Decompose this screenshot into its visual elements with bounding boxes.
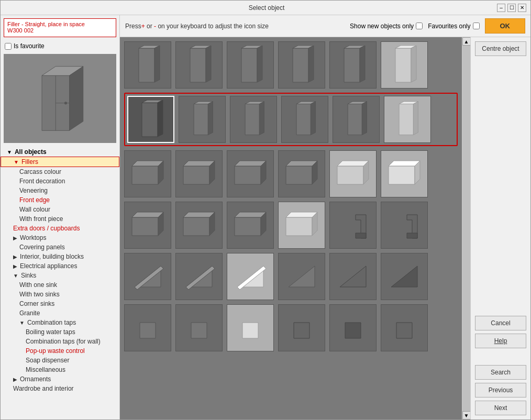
grid-item-5-5[interactable] (381, 304, 428, 351)
grid-item-5-3[interactable] (278, 304, 325, 351)
tree-item-worktops[interactable]: ▶ Worktops (1, 233, 119, 242)
tree-item-veneering[interactable]: Veneering (1, 186, 119, 195)
tree-item-soap-dispenser[interactable]: Soap dispenser (1, 356, 119, 365)
tree-item-front-decoration[interactable]: Front decoration (1, 176, 119, 186)
tree-item-carcass-colour[interactable]: Carcass colour (1, 167, 119, 176)
tree-item-wall-colour[interactable]: Wall colour (1, 205, 119, 214)
tree-item-covering-panels[interactable]: Covering panels (1, 242, 119, 252)
grid-item-4-1[interactable] (175, 253, 223, 300)
chevron-right-icon: ▶ (13, 235, 17, 241)
cancel-button[interactable]: Cancel (475, 316, 526, 330)
grid-item-2-3[interactable] (278, 150, 325, 197)
grid-item-sel-0[interactable] (127, 96, 174, 143)
svg-marker-7 (139, 46, 160, 48)
svg-marker-35 (311, 102, 315, 135)
scroll-down-arrow[interactable]: ▼ (462, 411, 471, 419)
svg-marker-84 (391, 266, 417, 287)
vertical-scrollbar[interactable]: ▲ ▼ (462, 37, 470, 419)
grid-item-3-2[interactable] (227, 202, 274, 249)
grid-item-0-1[interactable] (175, 41, 223, 89)
grid-item-sel-3[interactable] (281, 96, 328, 143)
close-button[interactable]: ✕ (518, 4, 526, 12)
tree-item-combination-taps-wall[interactable]: Combination taps (for wall) (1, 337, 119, 346)
grid-item-4-3[interactable] (278, 253, 325, 300)
tree-item-with-front-piece[interactable]: With front piece (1, 214, 119, 224)
svg-marker-57 (389, 166, 415, 184)
tree-item-wardrobe[interactable]: Wardrobe and interior (1, 384, 119, 393)
chevron-right-icon: ▶ (13, 377, 17, 382)
svg-marker-71 (312, 212, 317, 236)
grid-item-sel-1[interactable] (179, 96, 226, 143)
grid-item-sel-2[interactable] (230, 96, 277, 143)
show-new-checkbox[interactable] (416, 23, 423, 29)
tree-item-front-edge[interactable]: Front edge (1, 195, 119, 205)
grid-item-0-4[interactable] (329, 41, 377, 89)
tree-item-ornaments[interactable]: ▶ Ornaments (1, 374, 119, 384)
grid-item-5-1[interactable] (175, 304, 223, 351)
window-controls: – ☐ ✕ (497, 4, 526, 12)
tree-item-extra-doors[interactable]: Extra doors / cupboards (1, 224, 119, 233)
tree-item-boiling-water-taps[interactable]: Boiling water taps (1, 327, 119, 337)
grid-item-5-0[interactable] (124, 304, 171, 351)
grid-item-3-3[interactable] (278, 202, 325, 249)
cabinet-white-icon (390, 46, 419, 85)
favourites-only-checkbox[interactable] (473, 23, 480, 29)
svg-marker-33 (296, 104, 311, 135)
grid-item-4-2[interactable] (227, 253, 274, 300)
content-area: Filler - Straight, place in space W300 0… (1, 15, 530, 419)
next-button[interactable]: Next (475, 401, 526, 415)
grid-item-3-0[interactable] (124, 202, 171, 249)
grid-item-3-5[interactable] (381, 202, 428, 249)
svg-point-5 (64, 102, 67, 104)
centre-object-button[interactable]: Centre object (475, 41, 526, 56)
grid-item-2-4[interactable] (329, 150, 377, 197)
tree-item-electrical[interactable]: ▶ Electrical appliances (1, 261, 119, 271)
grid-item-2-2[interactable] (227, 150, 274, 197)
search-button[interactable]: Search (475, 365, 526, 380)
minimize-button[interactable]: – (497, 4, 505, 12)
grid-item-4-4[interactable] (329, 253, 377, 300)
grid-item-2-0[interactable] (124, 150, 171, 197)
tree-item-corner-sinks[interactable]: Corner sinks (1, 299, 119, 308)
grid-item-4-5[interactable] (381, 253, 428, 300)
help-button[interactable]: Help (475, 334, 526, 348)
tree-item-interior-building[interactable]: ▶ Interior, building blocks (1, 252, 119, 261)
tree-item-all-objects[interactable]: ▼ All objects (1, 147, 119, 157)
cabinet-icon (343, 101, 369, 138)
maximize-button[interactable]: ☐ (507, 4, 516, 12)
svg-marker-82 (289, 266, 315, 287)
grid-item-3-4[interactable] (329, 202, 377, 249)
grid-item-0-5[interactable] (381, 41, 428, 89)
tree-item-sinks[interactable]: ▼ Sinks (1, 271, 119, 280)
tree-item-miscellaneous[interactable]: Miscellaneous (1, 365, 119, 374)
tree-item-combination-taps[interactable]: ▼ Combination taps (1, 318, 119, 327)
grid-item-4-0[interactable] (124, 253, 171, 300)
tree-item-popup-waste[interactable]: Pop-up waste control (1, 346, 119, 356)
grid-item-0-3[interactable] (278, 41, 325, 89)
favourite-checkbox[interactable] (5, 43, 12, 50)
grid-item-2-1[interactable] (175, 150, 223, 197)
grid-item-sel-4[interactable] (333, 96, 380, 143)
tree-item-one-sink[interactable]: With one sink (1, 280, 119, 290)
grid-item-0-2[interactable] (227, 41, 274, 89)
grid-item-sel-5[interactable] (384, 96, 431, 143)
right-controls: Show new objects only Favourites only OK (350, 18, 525, 34)
grid-container[interactable] (120, 37, 462, 419)
ok-button[interactable]: OK (485, 18, 526, 34)
small-obj-icon (181, 312, 217, 344)
tree-item-fillers[interactable]: ▼ Fillers (1, 157, 119, 167)
tree-item-granite[interactable]: Granite (1, 308, 119, 318)
grid-item-5-2[interactable] (227, 304, 274, 351)
grid-item-5-4[interactable] (329, 304, 377, 351)
tree-item-two-sinks[interactable]: With two sinks (1, 290, 119, 299)
grid-item-0-0[interactable] (124, 41, 171, 89)
scroll-track[interactable] (462, 46, 471, 411)
grid-row-4 (124, 253, 458, 300)
grid-item-2-5[interactable] (381, 150, 428, 197)
grid-item-3-1[interactable] (175, 202, 223, 249)
chevron-down-icon: ▼ (13, 273, 18, 279)
scroll-up-arrow[interactable]: ▲ (462, 37, 471, 46)
svg-marker-32 (259, 102, 264, 135)
previous-button[interactable]: Previous (475, 383, 526, 397)
svg-marker-81 (237, 266, 266, 290)
